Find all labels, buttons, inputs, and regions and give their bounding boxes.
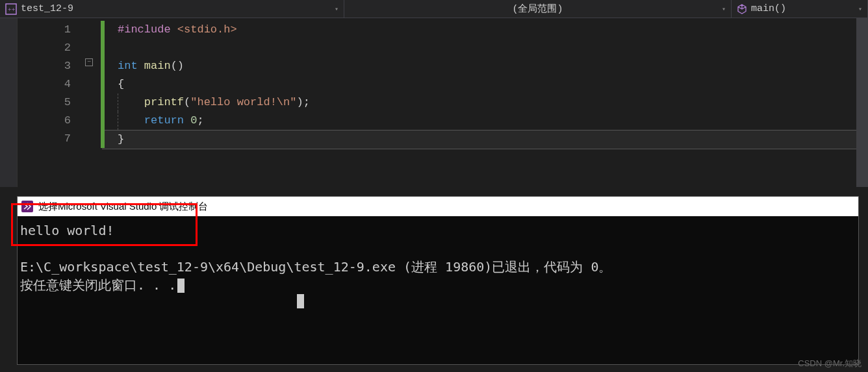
console-titlebar[interactable]: 选择Microsoft Visual Studio 调试控制台	[18, 197, 858, 216]
console-blank-line	[20, 240, 856, 258]
line-number-gutter: 1 2 3 4 5 6 7	[18, 18, 83, 187]
line-number: 3	[18, 57, 83, 75]
line-number: 2	[18, 39, 83, 57]
fold-collapse-icon[interactable]: −	[85, 58, 93, 66]
console-line: E:\C_workspace\test_12-9\x64\Debug\test_…	[20, 258, 856, 276]
method-icon	[737, 4, 747, 14]
console-output[interactable]: hello world! E:\C_workspace\test_12-9\x6…	[18, 216, 858, 299]
code-line: return 0;	[118, 112, 868, 130]
code-line: printf("hello world!\n");	[118, 93, 868, 112]
console-line: 按任意键关闭此窗口. . .	[20, 276, 856, 294]
navigation-bar: ++ test_12-9 ▾ (全局范围) ▾ main() ▾	[0, 0, 868, 18]
line-number: 5	[18, 93, 83, 112]
svg-text:++: ++	[8, 6, 16, 13]
editor-left-margin	[0, 18, 18, 187]
scope-label: (全局范围)	[350, 3, 726, 15]
cursor-icon	[177, 279, 185, 293]
file-scope-dropdown[interactable]: ++ test_12-9 ▾	[0, 0, 344, 18]
change-indicator	[101, 21, 105, 148]
chevron-down-icon: ▾	[335, 5, 338, 13]
file-scope-label: test_12-9	[21, 3, 332, 14]
code-content[interactable]: #include <stdio.h> int main() { printf("…	[102, 18, 868, 187]
code-editor[interactable]: 1 2 3 4 5 6 7 − #include <stdio.h> int m…	[0, 18, 868, 187]
code-line: {	[118, 75, 868, 93]
cpp-file-icon: ++	[5, 3, 17, 15]
chevron-down-icon: ▾	[722, 5, 726, 13]
code-line	[118, 39, 868, 57]
line-number: 4	[18, 75, 83, 93]
code-line: int main()	[118, 57, 868, 75]
code-line: #include <stdio.h>	[118, 21, 868, 39]
line-number: 7	[18, 130, 83, 148]
fold-gutter: −	[83, 18, 102, 187]
code-line-active: }	[102, 130, 868, 149]
vs-console-icon	[21, 201, 33, 212]
chevron-down-icon: ▾	[858, 5, 862, 13]
debug-console-window: 选择Microsoft Visual Studio 调试控制台 hello wo…	[17, 196, 859, 365]
function-dropdown[interactable]: main() ▾	[732, 0, 868, 18]
line-number: 6	[18, 112, 83, 130]
console-line: hello world!	[20, 221, 856, 240]
console-title: 选择Microsoft Visual Studio 调试控制台	[38, 201, 208, 213]
cursor-icon	[297, 294, 304, 308]
global-scope-dropdown[interactable]: (全局范围) ▾	[344, 0, 732, 18]
watermark: CSDN @Mr.知晓	[798, 358, 862, 369]
line-number: 1	[18, 21, 83, 39]
vertical-scrollbar[interactable]	[856, 18, 868, 187]
function-label: main()	[751, 3, 856, 14]
